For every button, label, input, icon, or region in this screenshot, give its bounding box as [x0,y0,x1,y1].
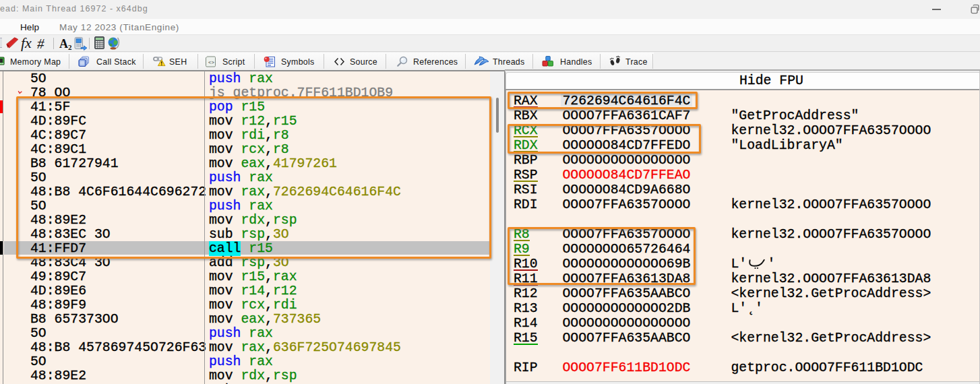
svg-text:<>: <> [208,60,215,65]
